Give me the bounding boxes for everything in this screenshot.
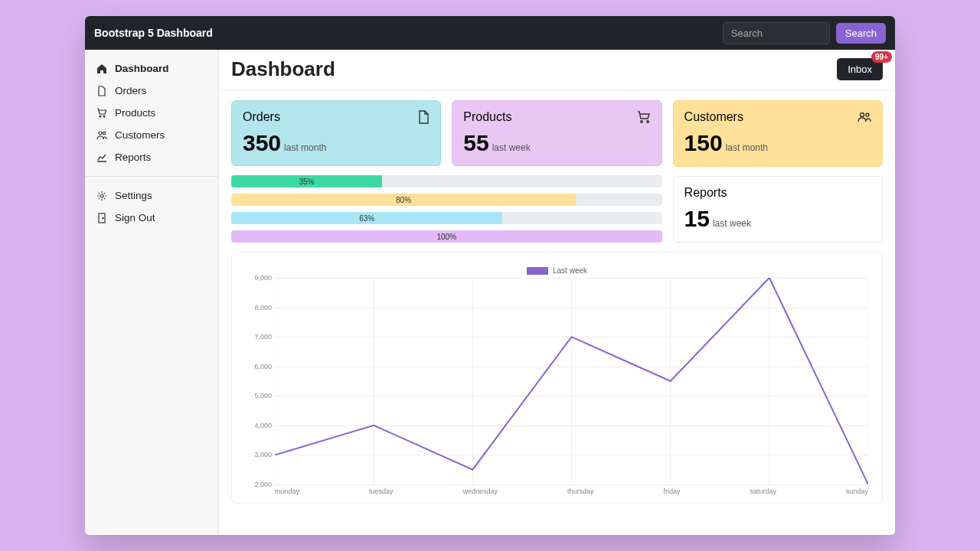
sidebar-divider — [85, 176, 218, 177]
door-icon — [96, 212, 107, 223]
main: Dashboard Inbox 99+ Orders 350last month — [219, 50, 895, 535]
sidebar-item-customers[interactable]: Customers — [85, 124, 218, 146]
users-icon — [96, 129, 107, 141]
card-period: last month — [284, 142, 326, 153]
app-window: Bootstrap 5 Dashboard Search DashboardOr… — [85, 16, 895, 535]
top-row: Orders 350last month Products 55last wee… — [231, 100, 883, 243]
x-tick-label: monday — [275, 487, 299, 495]
svg-point-2 — [99, 132, 102, 135]
y-tick-label: 4,000 — [246, 422, 272, 429]
cards-row: Orders 350last month Products 55last wee… — [231, 100, 662, 166]
x-tick-label: thursday — [567, 487, 594, 495]
left-column: Orders 350last month Products 55last wee… — [231, 100, 662, 243]
svg-point-0 — [100, 116, 101, 117]
progress-fill: 63% — [231, 212, 502, 224]
home-icon — [96, 63, 107, 74]
x-tick-label: saturday — [750, 487, 776, 495]
sidebar-item-dashboard[interactable]: Dashboard — [85, 57, 218, 80]
card-customers: Customers 150last month — [673, 100, 883, 167]
search-area: Search — [723, 22, 886, 44]
sidebar-item-settings[interactable]: Settings — [85, 184, 218, 207]
sidebar-item-reports[interactable]: Reports — [85, 146, 218, 168]
x-tick-label: tuesday — [369, 487, 394, 495]
sidebar: DashboardOrdersProductsCustomersReports … — [85, 50, 219, 535]
legend-label: Last week — [553, 266, 587, 275]
svg-rect-5 — [99, 214, 105, 223]
search-input[interactable] — [723, 22, 830, 44]
card-value: 15 — [684, 206, 710, 231]
card-period: last week — [713, 218, 751, 229]
file-icon — [417, 110, 430, 124]
chart-legend: Last week — [246, 266, 868, 275]
card-title: Reports — [684, 186, 727, 200]
svg-point-3 — [103, 132, 105, 134]
sidebar-item-label: Orders — [115, 85, 146, 96]
page-header: Dashboard Inbox 99+ — [219, 50, 895, 91]
users-icon — [858, 112, 871, 122]
gear-icon — [96, 190, 107, 201]
card-title: Customers — [684, 110, 743, 124]
card-value: 55 — [463, 130, 488, 155]
chart-icon — [96, 152, 107, 163]
cart-icon — [637, 111, 651, 123]
card-reports: Reports 15last week — [673, 176, 883, 243]
y-tick-label: 6,000 — [246, 363, 272, 370]
sidebar-item-label: Reports — [115, 152, 151, 163]
page-title: Dashboard — [231, 57, 335, 81]
inbox-button[interactable]: Inbox 99+ — [837, 58, 883, 80]
x-tick-label: sunday — [846, 487, 868, 495]
sidebar-item-label: Sign Out — [115, 212, 155, 223]
chart-x-labels: mondaytuesdaywednesdaythursdayfridaysatu… — [275, 487, 868, 495]
topbar: Bootstrap 5 Dashboard Search — [85, 16, 895, 50]
y-tick-label: 7,000 — [246, 333, 272, 341]
svg-point-6 — [102, 217, 103, 218]
legend-swatch — [527, 267, 548, 275]
card-value: 150 — [684, 130, 723, 155]
progress-bar: 100% — [231, 230, 662, 243]
chart-card: Last week 2,0003,0004,0005,0006,0007,000… — [231, 252, 883, 504]
right-column: Customers 150last month Reports 15last w… — [673, 100, 883, 243]
x-tick-label: wednesday — [462, 487, 498, 495]
sidebar-item-products[interactable]: Products — [85, 102, 218, 124]
sidebar-item-sign-out[interactable]: Sign Out — [85, 207, 218, 229]
sidebar-item-label: Products — [115, 107, 155, 119]
progress-bar: 63% — [231, 212, 662, 224]
progress-fill: 100% — [231, 230, 662, 243]
search-button[interactable]: Search — [836, 23, 886, 44]
progress-stack: 35%80%63%100% — [231, 175, 662, 243]
body: DashboardOrdersProductsCustomersReports … — [85, 50, 895, 535]
sidebar-item-label: Dashboard — [115, 63, 169, 74]
brand: Bootstrap 5 Dashboard — [94, 27, 213, 39]
card-title: Products — [463, 110, 511, 124]
svg-point-9 — [861, 113, 864, 117]
card-orders: Orders 350last month — [231, 100, 441, 166]
chart-plot-area: 2,0003,0004,0005,0006,0007,0008,0009,000 — [275, 278, 868, 484]
x-tick-label: friday — [663, 487, 680, 495]
cart-icon — [96, 107, 107, 119]
y-tick-label: 9,000 — [246, 274, 272, 282]
chart-line — [275, 278, 868, 484]
y-tick-label: 5,000 — [246, 392, 272, 399]
file-icon — [96, 85, 107, 96]
card-products: Products 55last week — [452, 100, 662, 166]
y-tick-label: 2,000 — [246, 481, 272, 488]
progress-bar: 35% — [231, 175, 662, 187]
svg-point-10 — [866, 113, 869, 116]
card-period: last month — [726, 142, 768, 153]
sidebar-item-orders[interactable]: Orders — [85, 80, 218, 102]
svg-point-1 — [103, 116, 105, 117]
card-value: 350 — [243, 130, 281, 155]
svg-point-7 — [640, 121, 642, 123]
progress-fill: 35% — [231, 175, 382, 187]
svg-point-8 — [646, 121, 648, 123]
svg-point-4 — [100, 194, 103, 197]
progress-fill: 80% — [231, 194, 576, 206]
sidebar-item-label: Customers — [115, 129, 165, 141]
content: Orders 350last month Products 55last wee… — [219, 91, 895, 513]
card-title: Orders — [243, 110, 280, 124]
sidebar-item-label: Settings — [115, 190, 152, 201]
inbox-label: Inbox — [848, 64, 872, 75]
progress-bar: 80% — [231, 194, 662, 206]
y-tick-label: 8,000 — [246, 304, 272, 311]
y-tick-label: 3,000 — [246, 451, 272, 458]
